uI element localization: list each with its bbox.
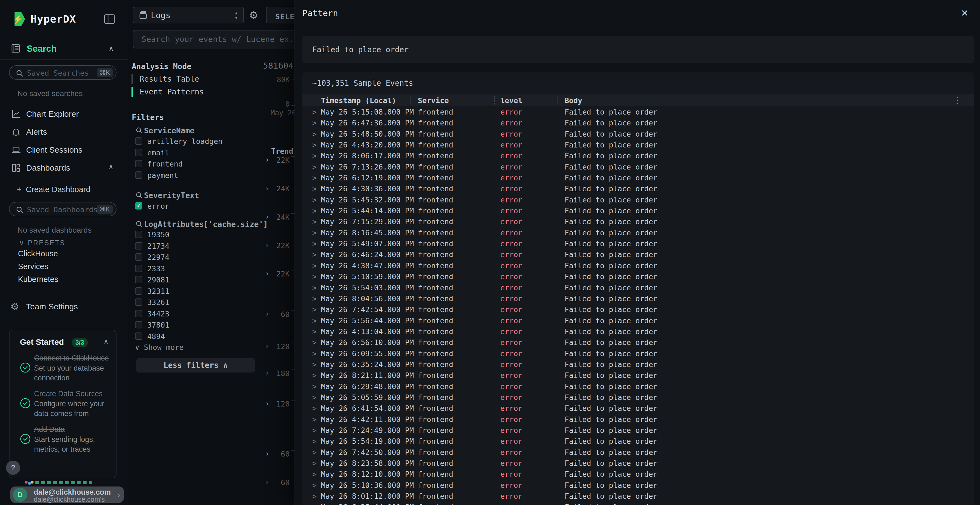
- event-row[interactable]: > May 26 7:42:54.000 PM frontend error F…: [302, 304, 974, 315]
- preset-dashboard-link[interactable]: Services: [18, 262, 48, 273]
- pattern-row-preview[interactable]: › 22K: [263, 241, 298, 251]
- filter-checkbox-option[interactable]: frontend: [128, 159, 263, 170]
- show-more-link[interactable]: ∨ Show more: [135, 343, 184, 351]
- filter-checkbox-option[interactable]: 4894: [128, 331, 263, 343]
- col-level[interactable]: level: [500, 96, 522, 105]
- get-started-collapse-icon[interactable]: ∧: [103, 337, 109, 346]
- filter-checkbox-option[interactable]: 29081: [128, 275, 263, 286]
- expand-chevron-icon[interactable]: >: [312, 371, 317, 380]
- analysis-mode-option[interactable]: Results Table: [128, 73, 263, 86]
- less-filters-button[interactable]: Less filters ∧: [136, 358, 255, 373]
- col-timestamp[interactable]: Timestamp (Local): [321, 96, 396, 105]
- collapse-sidebar-icon[interactable]: [103, 13, 115, 25]
- sidebar-item-dashboards[interactable]: Dashboards ∧: [0, 162, 128, 175]
- expand-chevron-icon[interactable]: >: [312, 327, 317, 336]
- filter-checkbox-option[interactable]: payment: [128, 170, 263, 181]
- event-row[interactable]: > May 26 8:01:12.000 PM frontend error F…: [302, 491, 974, 502]
- event-row[interactable]: > May 26 8:21:11.000 PM frontend error F…: [302, 370, 974, 381]
- event-row[interactable]: > May 26 5:54:03.000 PM frontend error F…: [302, 282, 974, 293]
- expand-chevron-icon[interactable]: >: [312, 338, 317, 347]
- checkbox[interactable]: [135, 332, 142, 340]
- search-icon[interactable]: [135, 220, 143, 229]
- expand-chevron-icon[interactable]: >: [312, 294, 317, 303]
- expand-chevron-icon[interactable]: >: [312, 415, 317, 424]
- expand-chevron-icon[interactable]: >: [312, 206, 317, 215]
- filter-checkbox-option[interactable]: 21734: [128, 241, 263, 252]
- event-row[interactable]: > May 26 5:10:59.000 PM frontend error F…: [302, 271, 974, 282]
- source-settings-gear-icon[interactable]: ⚙: [249, 9, 258, 21]
- checkbox[interactable]: [135, 299, 142, 306]
- expand-chevron-icon[interactable]: >: [312, 492, 317, 500]
- saved-dashboards-input[interactable]: Saved Dashboards ⌘K: [9, 202, 116, 216]
- col-service[interactable]: Service: [418, 96, 449, 105]
- event-row[interactable]: > May 26 4:43:20.000 PM frontend error F…: [302, 139, 974, 150]
- event-row[interactable]: > May 26 8:06:17.000 PM frontend error F…: [302, 150, 974, 161]
- pattern-row-preview[interactable]: › 22K: [263, 155, 298, 166]
- event-row[interactable]: > May 26 5:56:44.000 PM frontend error F…: [302, 315, 974, 326]
- pattern-row-preview[interactable]: › 22K: [263, 269, 298, 280]
- kebab-menu-icon[interactable]: ⋮: [954, 95, 962, 105]
- event-row[interactable]: > May 26 4:38:47.000 PM frontend error F…: [302, 260, 974, 271]
- expand-chevron-icon[interactable]: >: [312, 272, 317, 281]
- event-row[interactable]: > May 26 5:44:14.000 PM frontend error F…: [302, 205, 974, 216]
- checkbox[interactable]: [135, 310, 142, 317]
- expand-chevron-icon[interactable]: >: [312, 503, 317, 505]
- filter-checkbox-option[interactable]: email: [128, 148, 263, 159]
- expand-chevron-icon[interactable]: >: [312, 393, 317, 402]
- filter-checkbox-option[interactable]: artillery-loadgen: [128, 136, 263, 148]
- expand-chevron-icon[interactable]: >: [312, 470, 317, 478]
- sidebar-item-search[interactable]: Search: [27, 43, 57, 54]
- checkbox[interactable]: [135, 160, 142, 167]
- get-started-item[interactable]: Create Data Sources Configure where your…: [19, 389, 113, 418]
- event-row[interactable]: > May 26 6:46:24.000 PM frontend error F…: [302, 249, 974, 260]
- expand-chevron-icon[interactable]: >: [312, 437, 317, 445]
- checkbox[interactable]: [135, 242, 142, 249]
- expand-chevron-icon[interactable]: >: [312, 360, 317, 369]
- expand-chevron-icon[interactable]: >: [312, 130, 317, 138]
- filter-checkbox-option[interactable]: error: [128, 201, 263, 212]
- sidebar-item-client-sessions[interactable]: Client Sessions: [0, 144, 128, 157]
- preset-dashboard-link[interactable]: ClickHouse: [18, 249, 58, 260]
- expand-chevron-icon[interactable]: >: [312, 218, 317, 226]
- expand-chevron-icon[interactable]: >: [312, 229, 317, 237]
- event-row[interactable]: > May 26 4:13:04.000 PM frontend error F…: [302, 326, 974, 337]
- expand-chevron-icon[interactable]: >: [312, 349, 317, 358]
- get-started-item[interactable]: Connect to ClickHouse Set up your databa…: [19, 353, 113, 383]
- event-row[interactable]: > May 26 5:45:32.000 PM frontend error F…: [302, 194, 974, 205]
- filter-checkbox-option[interactable]: 33261: [128, 297, 263, 308]
- expand-chevron-icon[interactable]: >: [312, 152, 317, 160]
- pattern-row-preview[interactable]: › 60: [263, 449, 298, 460]
- expand-chevron-icon[interactable]: >: [312, 250, 317, 259]
- expand-chevron-icon[interactable]: >: [312, 305, 317, 314]
- expand-chevron-icon[interactable]: >: [312, 284, 317, 292]
- checkbox[interactable]: [135, 172, 142, 179]
- event-row[interactable]: > May 26 5:15:08.000 PM frontend error F…: [302, 106, 974, 117]
- user-menu[interactable]: D dale@clickhouse.com dale@clickhouse.co…: [10, 486, 124, 503]
- event-row[interactable]: > May 26 8:23:58.000 PM frontend error F…: [302, 458, 974, 468]
- expand-chevron-icon[interactable]: >: [312, 184, 317, 193]
- sidebar-item-chart-explorer[interactable]: Chart Explorer: [0, 108, 128, 121]
- checkbox[interactable]: [135, 253, 142, 260]
- get-started-item[interactable]: Add Data Start sending logs, metrics, or…: [19, 424, 113, 454]
- analysis-mode-option[interactable]: Event Patterns: [128, 86, 263, 98]
- filter-checkbox-option[interactable]: 2333: [128, 264, 263, 275]
- checkbox[interactable]: [135, 149, 142, 156]
- event-row[interactable]: > May 26 6:56:10.000 PM frontend error F…: [302, 337, 974, 348]
- column-separator[interactable]: [557, 96, 557, 105]
- search-collapse-icon[interactable]: ∧: [108, 44, 114, 53]
- filter-checkbox-option[interactable]: 32311: [128, 286, 263, 297]
- checkbox[interactable]: [135, 137, 142, 145]
- expand-chevron-icon[interactable]: >: [312, 481, 317, 489]
- event-row[interactable]: > May 26 6:47:36.000 PM frontend error F…: [302, 117, 974, 128]
- event-row[interactable]: > May 26 7:24:49.000 PM frontend error F…: [302, 425, 974, 436]
- pattern-row-preview[interactable]: › 24K: [263, 184, 298, 195]
- expand-chevron-icon[interactable]: >: [312, 240, 317, 248]
- event-row[interactable]: > May 26 7:42:50.000 PM frontend error F…: [302, 447, 974, 458]
- event-row[interactable]: > May 26 6:29:48.000 PM frontend error F…: [302, 381, 974, 392]
- expand-chevron-icon[interactable]: >: [312, 195, 317, 204]
- expand-chevron-icon[interactable]: >: [312, 119, 317, 127]
- pattern-row-preview[interactable]: › 60: [263, 310, 298, 320]
- pattern-row-preview[interactable]: › 180: [263, 368, 298, 379]
- help-button[interactable]: ?: [6, 461, 20, 475]
- sidebar-item-team-settings[interactable]: ⚙ Team Settings: [0, 300, 128, 313]
